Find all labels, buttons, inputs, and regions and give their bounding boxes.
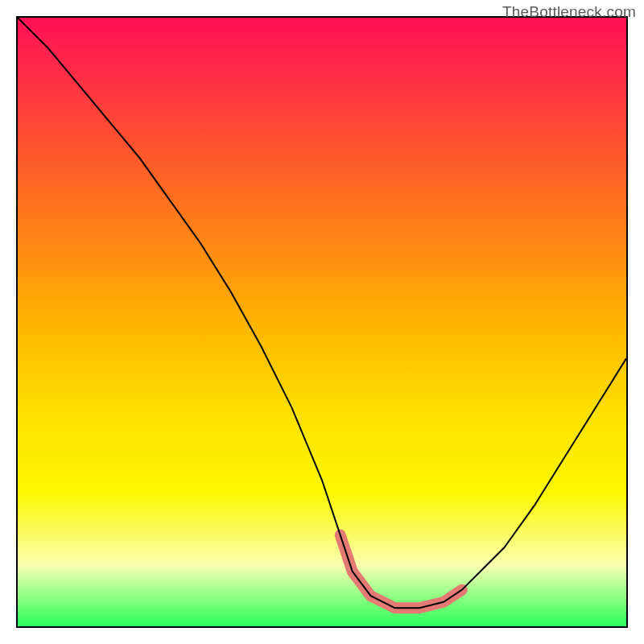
gradient-background <box>18 18 626 626</box>
plot-area <box>16 16 628 628</box>
chart-frame: TheBottleneck.com <box>0 0 644 644</box>
watermark-text: TheBottleneck.com <box>502 3 636 21</box>
